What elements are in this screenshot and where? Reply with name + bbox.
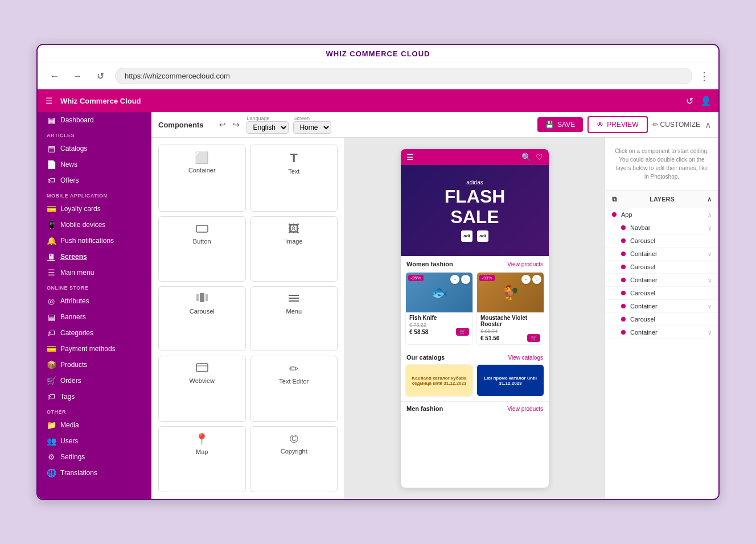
product-card-rooster[interactable]: 🐓 -33% － ♡ Moustach <box>476 272 544 345</box>
component-text-editor[interactable]: ✏ Text Editor <box>250 356 338 422</box>
collapse-icon[interactable]: ∧ <box>705 119 712 130</box>
sidebar-item-mobile-devices[interactable]: 📱 Mobile devices <box>38 217 151 233</box>
layer-item-container-3[interactable]: Container ∨ <box>605 300 718 313</box>
layer-item-container-1[interactable]: Container ∨ <box>605 248 718 261</box>
layer-container4-label: Container <box>630 329 708 336</box>
settings-icon: ⚙ <box>47 452 56 461</box>
layer-item-carousel-2[interactable]: Carousel <box>605 261 718 274</box>
sidebar-item-offers[interactable]: 🏷 Offers <box>38 172 151 188</box>
text-icon: T <box>290 151 298 166</box>
canvas-area: ☰ 🔍 ♡ adidas FLASHSALE <box>345 138 605 499</box>
sidebar-item-dashboard[interactable]: ▦ Dashboard <box>38 112 151 128</box>
text-label: Text <box>288 168 299 175</box>
save-button[interactable]: 💾 SAVE <box>537 117 583 132</box>
catalog-card-kaufland[interactable]: Kaufland каталог кубава седмица until 31… <box>405 364 473 397</box>
redo-button[interactable]: ↪ <box>231 119 242 130</box>
sidebar-item-orders[interactable]: 🛒 Orders <box>38 373 151 389</box>
tags-label: Tags <box>60 393 75 401</box>
fish-knife-actions: － ♡ <box>450 275 470 284</box>
sidebar-item-main-menu[interactable]: ☰ Main menu <box>38 265 151 281</box>
sidebar-item-translations[interactable]: 🌐 Translations <box>38 465 151 481</box>
fish-knife-heart-btn[interactable]: ♡ <box>461 275 470 284</box>
preview-button[interactable]: 👁 PREVIEW <box>587 116 647 133</box>
sidebar-item-news[interactable]: 📄 News <box>38 156 151 172</box>
catalogs-label: Catalogs <box>60 145 87 153</box>
users-icon: 👥 <box>47 436 56 446</box>
component-webview[interactable]: Webview <box>158 356 246 422</box>
container-label: Container <box>188 167 216 174</box>
fish-knife-minus-btn[interactable]: － <box>450 275 459 284</box>
component-map[interactable]: 📍 Map <box>158 426 246 492</box>
component-container[interactable]: ⬜ Container <box>158 145 246 212</box>
products-icon: 📦 <box>47 360 56 369</box>
sidebar-item-loyalty-cards[interactable]: 💳 Loyalty cards <box>38 201 151 217</box>
men-fashion-title: Men fashion <box>406 405 443 412</box>
language-select[interactable]: English <box>246 121 289 134</box>
loyalty-cards-label: Loyalty cards <box>60 205 101 213</box>
components-panel: ⬜ Container T Text Butt <box>151 138 345 499</box>
layer-item-app[interactable]: App ∧ <box>605 208 718 221</box>
layer-item-navbar[interactable]: Navbar ∨ <box>605 221 718 234</box>
undo-button[interactable]: ↩ <box>217 119 228 130</box>
container4-dot <box>621 330 626 335</box>
layers-collapse-icon[interactable]: ∧ <box>707 196 712 203</box>
sidebar-item-categories[interactable]: 🏷 Categories <box>38 325 151 341</box>
app-container: ☰ Whiz Commerce Cloud ↺ 👤 ▦ Dashboard AR… <box>38 89 718 499</box>
carousel2-dot <box>621 265 626 269</box>
catalog-card-lidl[interactable]: Lidl промо каталог until 31.12.2023 <box>476 364 544 397</box>
news-label: News <box>60 160 77 168</box>
sidebar-item-settings[interactable]: ⚙ Settings <box>38 449 151 465</box>
main-menu-label: Main menu <box>60 269 94 277</box>
rooster-cart-btn[interactable]: 🛒 <box>527 334 540 342</box>
translations-label: Translations <box>60 469 97 477</box>
layer-item-carousel-4[interactable]: Carousel <box>605 313 718 326</box>
layer-app-label: App <box>621 211 708 218</box>
layer-item-container-2[interactable]: Container ∨ <box>605 274 718 287</box>
catalogs-icon: ▤ <box>47 144 56 153</box>
refresh-icon[interactable]: ↺ <box>686 96 693 106</box>
settings-label: Settings <box>60 453 85 461</box>
component-copyright[interactable]: © Copyright <box>250 426 338 492</box>
component-text[interactable]: T Text <box>250 145 338 212</box>
product-card-fish-knife[interactable]: 🐟 -25% － ♡ Fish Kni <box>405 272 473 345</box>
browser-menu-button[interactable]: ⋮ <box>699 70 709 83</box>
layers-header: ⧉ LAYERS ∧ <box>605 191 718 208</box>
rooster-actions: － ♡ <box>521 275 541 284</box>
screen-select[interactable]: Home <box>293 121 331 134</box>
women-section-link[interactable]: View products <box>507 261 543 267</box>
user-icon[interactable]: 👤 <box>700 96 712 106</box>
address-bar[interactable] <box>115 68 692 84</box>
container4-expand-icon: ∨ <box>708 329 712 336</box>
sidebar-item-attributes[interactable]: ◎ Attributes <box>38 293 151 309</box>
sidebar-item-media[interactable]: 📁 Media <box>38 417 151 433</box>
customize-button[interactable]: ✏ CUSTOMIZE <box>652 121 700 129</box>
component-menu[interactable]: Menu <box>250 286 338 352</box>
men-fashion-section: Men fashion View products <box>401 401 549 415</box>
component-button[interactable]: Button <box>158 216 246 282</box>
phone-menu-icon: ☰ <box>406 153 414 162</box>
sidebar-item-users[interactable]: 👥 Users <box>38 433 151 449</box>
layer-item-carousel-3[interactable]: Carousel <box>605 287 718 300</box>
copyright-icon: © <box>290 432 298 446</box>
fish-knife-cart-btn[interactable]: 🛒 <box>456 328 469 336</box>
hamburger-icon[interactable]: ☰ <box>44 96 54 105</box>
forward-button[interactable]: → <box>69 68 85 84</box>
sidebar-item-tags[interactable]: 🏷 Tags <box>38 389 151 405</box>
sidebar-item-banners[interactable]: ▤ Banners <box>38 309 151 325</box>
rooster-minus-btn[interactable]: － <box>521 275 531 284</box>
rooster-heart-btn[interactable]: ♡ <box>532 275 541 284</box>
back-button[interactable]: ← <box>47 68 63 84</box>
main-menu-icon: ☰ <box>47 268 56 277</box>
sidebar-item-products[interactable]: 📦 Products <box>38 357 151 373</box>
sidebar-item-catalogs[interactable]: ▤ Catalogs <box>38 141 151 156</box>
component-carousel[interactable]: Carousel <box>158 286 246 352</box>
sidebar-item-payment-methods[interactable]: 💳 Payment methods <box>38 341 151 357</box>
refresh-button[interactable]: ↺ <box>92 68 108 84</box>
sidebar-item-push-notifications[interactable]: 🔔 Push notifications <box>38 233 151 249</box>
men-fashion-link[interactable]: View products <box>507 406 543 412</box>
layer-item-carousel-1[interactable]: Carousel <box>605 234 718 248</box>
catalogs-link[interactable]: View catalogs <box>508 355 543 361</box>
layer-item-container-4[interactable]: Container ∨ <box>605 326 718 339</box>
sidebar-item-screens[interactable]: 🖥 Screens <box>38 249 151 265</box>
component-image[interactable]: 🖼 Image <box>250 216 338 282</box>
